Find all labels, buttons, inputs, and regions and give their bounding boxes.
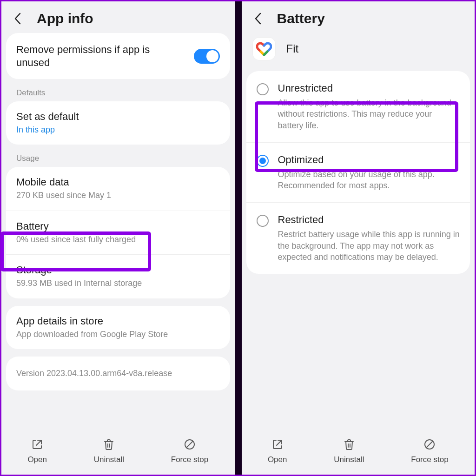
open-label: Open <box>27 455 47 464</box>
page-title: Battery <box>277 11 325 26</box>
set-as-default-title: Set as default <box>16 111 220 123</box>
battery-sub: 0% used since last fully charged <box>16 234 220 245</box>
card-remove-permissions: Remove permissions if app is unused <box>6 33 230 79</box>
option-restricted[interactable]: Restricted Restrict battery usage while … <box>246 202 470 274</box>
header: Battery <box>242 1 475 33</box>
unrestricted-desc: Allow this app to use battery in the bac… <box>278 97 460 131</box>
mobile-data-sub: 270 KB used since May 1 <box>16 190 220 201</box>
force-stop-button[interactable]: Force stop <box>171 437 208 464</box>
card-battery-options: Unrestricted Allow this app to use batte… <box>246 71 470 274</box>
optimized-title: Optimized <box>278 154 460 166</box>
option-unrestricted[interactable]: Unrestricted Allow this app to use batte… <box>246 71 470 142</box>
back-button[interactable] <box>252 13 264 25</box>
phone-app-info: App info Remove permissions if app is un… <box>1 1 235 475</box>
radio-optimized[interactable] <box>257 155 269 167</box>
back-button[interactable] <box>12 13 24 25</box>
app-name: Fit <box>286 42 299 55</box>
restricted-desc: Restrict battery usage while this app is… <box>278 229 460 263</box>
open-button[interactable]: Open <box>268 437 287 464</box>
header: App info <box>1 1 235 33</box>
card-app-details: App details in store App downloaded from… <box>6 306 230 349</box>
google-fit-icon <box>253 38 275 60</box>
bottom-bar: Open Uninstall Force stop <box>242 431 475 475</box>
uninstall-label: Uninstall <box>94 455 124 464</box>
card-defaults: Set as default In this app <box>6 101 230 145</box>
radio-unrestricted[interactable] <box>257 83 269 95</box>
bottom-bar: Open Uninstall Force stop <box>1 431 235 475</box>
chevron-left-icon <box>14 13 21 25</box>
mobile-data-title: Mobile data <box>16 176 220 188</box>
content-scroll[interactable]: Remove permissions if app is unused Defa… <box>1 33 235 431</box>
force-stop-icon <box>423 437 436 451</box>
optimized-desc: Optimize based on your usage of this app… <box>278 169 460 192</box>
mobile-data-row[interactable]: Mobile data 270 KB used since May 1 <box>6 167 230 210</box>
force-stop-icon <box>183 437 197 451</box>
app-details-row[interactable]: App details in store App downloaded from… <box>6 306 230 349</box>
page-title: App info <box>37 11 93 26</box>
set-as-default-row[interactable]: Set as default In this app <box>6 101 230 145</box>
radio-restricted[interactable] <box>257 215 269 227</box>
card-usage: Mobile data 270 KB used since May 1 Batt… <box>6 167 230 298</box>
unrestricted-title: Unrestricted <box>278 82 460 94</box>
remove-permissions-row[interactable]: Remove permissions if app is unused <box>6 33 230 79</box>
open-button[interactable]: Open <box>27 437 47 464</box>
force-stop-label: Force stop <box>171 455 208 464</box>
open-icon <box>271 437 284 451</box>
force-stop-label: Force stop <box>411 455 448 464</box>
storage-row[interactable]: Storage 59.93 MB used in Internal storag… <box>6 254 230 298</box>
uninstall-button[interactable]: Uninstall <box>334 437 364 464</box>
app-details-sub: App downloaded from Google Play Store <box>16 329 220 340</box>
section-label-defaults: Defaults <box>6 86 230 101</box>
phone-battery-settings: Battery Fit Unrestricted Allow this app … <box>242 1 475 475</box>
content-scroll[interactable]: Unrestricted Allow this app to use batte… <box>242 71 475 431</box>
force-stop-button[interactable]: Force stop <box>411 437 448 464</box>
storage-sub: 59.93 MB used in Internal storage <box>16 278 220 289</box>
chevron-left-icon <box>254 13 262 25</box>
uninstall-button[interactable]: Uninstall <box>94 437 124 464</box>
battery-title: Battery <box>16 220 220 232</box>
battery-row[interactable]: Battery 0% used since last fully charged <box>6 211 230 254</box>
set-as-default-sub: In this app <box>16 125 220 135</box>
open-label: Open <box>268 455 287 464</box>
app-details-title: App details in store <box>16 315 220 327</box>
version-label: Version 2023.04.13.00.arm64-v8a.release <box>6 357 230 390</box>
phone-divider <box>235 1 242 475</box>
storage-title: Storage <box>16 264 220 276</box>
option-optimized[interactable]: Optimized Optimize based on your usage o… <box>246 142 470 203</box>
remove-permissions-label: Remove permissions if app is unused <box>16 43 165 69</box>
trash-icon <box>342 437 356 451</box>
open-icon <box>30 437 44 451</box>
app-chip: Fit <box>242 33 475 71</box>
section-label-usage: Usage <box>6 152 230 167</box>
uninstall-label: Uninstall <box>334 455 364 464</box>
remove-permissions-toggle[interactable] <box>194 49 220 64</box>
trash-icon <box>102 437 116 451</box>
restricted-title: Restricted <box>278 214 460 226</box>
